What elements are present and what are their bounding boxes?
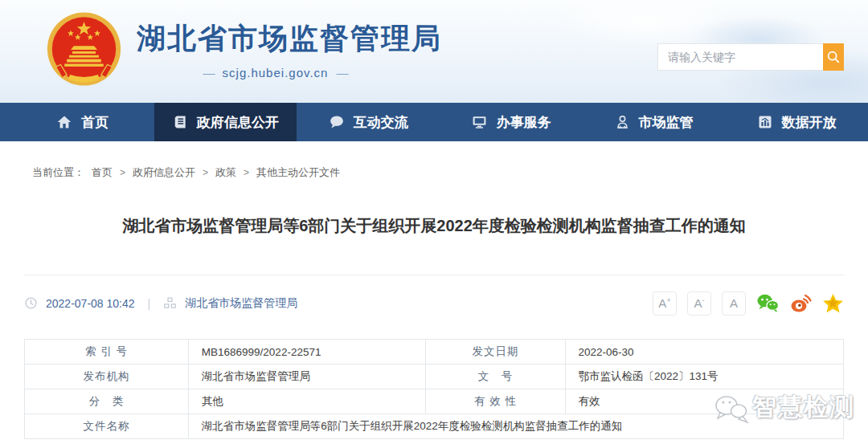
nav-item-market[interactable]: 市场监管 — [583, 103, 726, 141]
site-url-row: — scjg.hubei.gov.cn — — [137, 66, 414, 79]
document-icon — [172, 114, 188, 130]
article-tools: A+ A- A — [653, 291, 844, 316]
watermark: 智慧检测 — [712, 391, 855, 424]
main-nav: 首页 政府信息公开 互动交流 — [0, 103, 868, 141]
field-value-publisher: 湖北省市场监督管理局 — [188, 365, 426, 389]
nav-item-services[interactable]: 办事服务 — [440, 103, 583, 141]
breadcrumb-separator: > — [244, 167, 249, 178]
font-reset-button[interactable]: A — [722, 291, 746, 316]
field-value-index-number: MB1686999/2022-22571 — [188, 340, 426, 365]
field-label-validity: 有 效 性 — [426, 389, 565, 414]
share-weibo-button[interactable] — [790, 293, 812, 313]
breadcrumb-item-policy[interactable]: 政策 — [215, 165, 236, 180]
search-input[interactable] — [657, 43, 823, 71]
breadcrumb-item-gov-info[interactable]: 政府信息公开 — [133, 165, 195, 180]
nav-item-label: 市场监管 — [639, 113, 694, 132]
national-emblem-logo — [45, 10, 123, 90]
weibo-icon — [790, 293, 812, 313]
search-icon — [826, 50, 841, 64]
url-dash-left: — — [203, 66, 215, 79]
field-value-doc-number: 鄂市监认检函〔2022〕131号 — [565, 365, 843, 389]
field-label-category: 分 类 — [25, 389, 189, 414]
nav-item-gov-info[interactable]: 政府信息公开 — [154, 103, 297, 141]
meta-divider: | — [148, 297, 151, 310]
site-url: scjg.hubei.gov.cn — [223, 66, 329, 79]
qzone-star-icon — [822, 293, 844, 314]
publish-time: 2022-07-08 10:42 — [46, 297, 135, 310]
table-row: 发布机构 湖北省市场监督管理局 文 号 鄂市监认检函〔2022〕131号 — [25, 365, 844, 389]
breadcrumb-item-home[interactable]: 首页 — [92, 165, 113, 180]
site-search — [657, 43, 844, 71]
site-header: 湖北省市场监督管理局 — scjg.hubei.gov.cn — — [0, 0, 868, 103]
breadcrumb-separator: > — [203, 167, 208, 178]
breadcrumb-separator: > — [120, 167, 125, 178]
monitor-icon — [471, 114, 488, 130]
nav-item-home[interactable]: 首页 — [11, 103, 154, 141]
article-meta-bar: 2022-07-08 10:42 | 湖北省市场监督管理局 A+ A- A — [24, 275, 844, 331]
field-label-doc-number: 文 号 — [426, 365, 565, 389]
bar-chart-icon — [757, 114, 773, 130]
font-increase-button[interactable]: A+ — [653, 291, 677, 316]
chat-bubble-icon — [329, 114, 345, 130]
document-info-table: 索 引 号 MB1686999/2022-22571 发文日期 2022-06-… — [24, 339, 844, 439]
field-label-index-number: 索 引 号 — [25, 340, 189, 365]
home-icon — [56, 114, 72, 130]
nav-item-label: 首页 — [81, 113, 108, 132]
watermark-text: 智慧检测 — [752, 391, 855, 424]
field-label-issue-date: 发文日期 — [426, 340, 565, 365]
organization-icon — [163, 296, 177, 310]
clock-icon — [24, 296, 38, 310]
site-title: 湖北省市场监督管理局 — [137, 19, 414, 59]
field-value-issue-date: 2022-06-30 — [565, 340, 843, 365]
breadcrumb-item-current[interactable]: 其他主动公开文件 — [256, 165, 340, 180]
nav-item-label: 数据开放 — [782, 113, 837, 132]
table-row: 索 引 号 MB1686999/2022-22571 发文日期 2022-06-… — [25, 340, 844, 365]
article-meta-info: 2022-07-08 10:42 | 湖北省市场监督管理局 — [24, 296, 297, 311]
search-button[interactable] — [823, 43, 844, 71]
breadcrumb: 当前位置： 首页 > 政府信息公开 > 政策 > 其他主动公开文件 — [0, 141, 868, 180]
field-label-publisher: 发布机构 — [25, 365, 189, 389]
nav-item-interaction[interactable]: 互动交流 — [297, 103, 440, 141]
nav-item-data[interactable]: 数据开放 — [725, 103, 868, 141]
nav-item-label: 办事服务 — [497, 113, 551, 132]
article-source: 湖北省市场监督管理局 — [185, 296, 297, 311]
nav-item-label: 政府信息公开 — [197, 113, 279, 132]
field-label-file-name: 文件名称 — [25, 414, 189, 439]
site-brand: 湖北省市场监督管理局 — scjg.hubei.gov.cn — — [137, 19, 414, 79]
article-title: 湖北省市场监督管理局等6部门关于组织开展2022年度检验检测机构监督抽查工作的通… — [0, 215, 868, 237]
url-dash-right: — — [336, 66, 347, 79]
share-wechat-button[interactable] — [756, 293, 780, 313]
breadcrumb-prefix: 当前位置： — [32, 165, 84, 180]
share-qzone-button[interactable] — [822, 293, 844, 314]
person-badge-icon — [615, 114, 630, 130]
font-decrease-button[interactable]: A- — [687, 291, 711, 316]
nav-item-label: 互动交流 — [354, 113, 408, 132]
watermark-bubbles-icon — [712, 392, 749, 424]
wechat-icon — [756, 293, 780, 313]
field-value-category: 其他 — [188, 389, 426, 414]
